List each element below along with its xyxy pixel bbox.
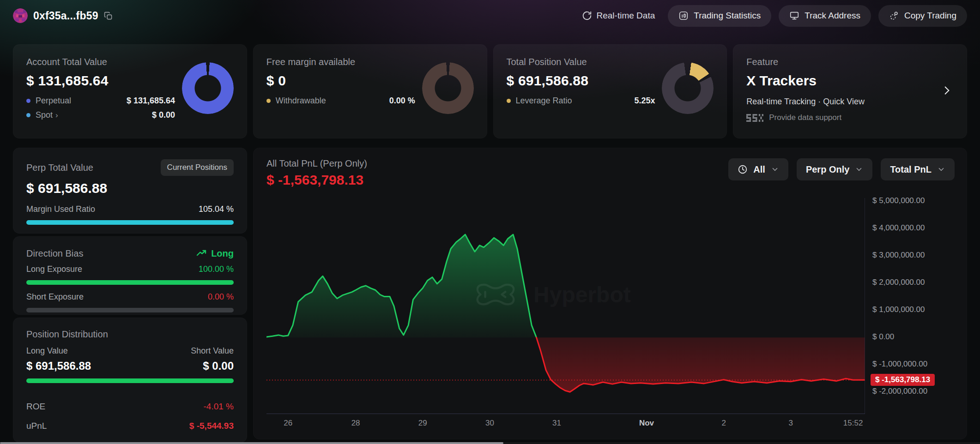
clock-icon — [738, 164, 748, 174]
metric-value: Total PnL — [890, 164, 932, 175]
spot-dot — [26, 113, 30, 117]
spot-value: $ 0.00 — [152, 110, 175, 120]
roe-label: ROE — [26, 402, 45, 412]
position-donut-chart — [662, 62, 714, 114]
long-exposure-bar — [26, 280, 234, 285]
short-value-amount: $ 0.00 — [203, 360, 234, 372]
copy-address-icon[interactable] — [104, 12, 113, 20]
long-exposure-value: 100.00 % — [199, 264, 234, 274]
position-distribution-title: Position Distribution — [26, 329, 234, 340]
perp-summary-panel: Perp Total Value Current Positions $ 691… — [13, 148, 247, 439]
chart-title: All Total PnL (Perp Only) — [266, 158, 367, 169]
perpetual-value: $ 131,685.64 — [127, 96, 175, 106]
market-type-dropdown[interactable]: Perp Only — [797, 158, 872, 180]
pnl-area-chart[interactable]: Hyperbot — [266, 198, 865, 414]
withdrawable-label: Withdrawable — [276, 96, 326, 106]
spot-row[interactable]: Spot › $ 0.00 — [26, 110, 175, 120]
summary-cards: Account Total Value $ 131,685.64 Perpetu… — [13, 44, 967, 138]
trending-up-icon — [196, 248, 207, 259]
perpetual-row: Perpetual $ 131,685.64 — [26, 96, 175, 106]
monitor-icon — [789, 11, 799, 21]
chevron-down-icon — [771, 165, 779, 174]
leverage-dot — [507, 99, 511, 103]
account-donut-chart — [182, 62, 234, 114]
perp-total-value-title: Perp Total Value — [26, 162, 93, 173]
free-margin-card: Free margin available $ 0 Withdrawable 0… — [253, 44, 487, 138]
refresh-icon — [582, 11, 592, 21]
margin-used-bar — [26, 220, 234, 225]
withdrawable-dot — [266, 99, 271, 103]
current-pnl-tag: $ -1,563,798.13 — [871, 374, 935, 386]
feature-chevron-right-icon[interactable] — [941, 84, 953, 96]
x-axis-label: Nov — [639, 419, 654, 428]
header: 0xf35a...fb59 Real-time Data Trading Sta… — [0, 0, 980, 31]
perpetual-label: Perpetual — [36, 96, 71, 106]
x-axis-label: 15:52 — [843, 419, 863, 428]
short-exposure-bar — [26, 308, 234, 312]
margin-used-label: Margin Used Ratio — [26, 204, 95, 214]
x-axis: 2628293031Nov2315:52 — [266, 419, 865, 431]
y-axis: $ 5,000,000.00$ 4,000,000.00$ 3,000,000.… — [871, 198, 963, 414]
y-axis-label: $ 4,000,000.00 — [872, 223, 925, 233]
chevron-down-icon — [937, 165, 945, 174]
total-position-card: Total Position Value $ 691,586.88 Levera… — [493, 44, 727, 138]
direction-bias-title: Direction Bias — [26, 248, 83, 259]
free-margin-donut-chart — [422, 62, 474, 114]
feature-subtitle: Real-time Tracking · Quick View — [746, 97, 954, 107]
time-range-dropdown[interactable]: All — [728, 158, 788, 180]
short-exposure-value: 0.00 % — [208, 292, 234, 302]
feature-support-text: Provide data support — [769, 113, 841, 122]
copy-trading-label: Copy Trading — [904, 11, 956, 21]
leverage-value: 5.25x — [634, 96, 655, 106]
long-value-amount: $ 691,586.88 — [26, 360, 91, 372]
direction-bias-section: Direction Bias Long Long Exposure 100.00… — [13, 236, 247, 315]
y-axis-label: $ -1,000,000.00 — [872, 360, 927, 369]
upnl-label: uPnL — [26, 421, 47, 431]
chevron-down-icon — [855, 165, 863, 174]
y-axis-label: $ -2,000,000.00 — [872, 387, 927, 396]
account-total-value-card: Account Total Value $ 131,685.64 Perpetu… — [13, 44, 247, 138]
chart-current-pnl: $ -1,563,798.13 — [266, 172, 363, 188]
leverage-label: Leverage Ratio — [516, 96, 572, 106]
avatar — [13, 8, 28, 23]
horizontal-scrollbar[interactable] — [0, 442, 980, 444]
copy-trading-button[interactable]: Copy Trading — [878, 5, 967, 27]
x-axis-label: 2 — [721, 419, 726, 428]
distribution-bar — [26, 378, 234, 383]
current-positions-button[interactable]: Current Positions — [161, 159, 234, 176]
withdrawable-row: Withdrawable 0.00 % — [266, 96, 415, 106]
roe-value: -4.01 % — [204, 402, 234, 412]
x-axis-label: 31 — [552, 419, 561, 428]
market-type-value: Perp Only — [806, 164, 849, 175]
feature-card[interactable]: Feature X Trackers Real-time Tracking · … — [733, 44, 967, 138]
x-axis-label: 29 — [418, 419, 427, 428]
trading-statistics-label: Trading Statistics — [694, 11, 761, 21]
spot-label: Spot — [36, 110, 53, 120]
bar-chart-icon — [678, 11, 689, 21]
x-axis-label: 26 — [284, 419, 292, 428]
feature-label: Feature — [746, 57, 954, 67]
long-value-label: Long Value — [26, 346, 68, 356]
perpetual-dot — [26, 99, 30, 103]
metric-dropdown[interactable]: Total PnL — [881, 158, 955, 180]
direction-bias-value: Long — [211, 248, 234, 259]
leverage-row: Leverage Ratio 5.25x — [507, 96, 655, 106]
short-value-label: Short Value — [191, 346, 234, 356]
x-axis-label: 28 — [351, 419, 360, 428]
track-address-button[interactable]: Track Address — [779, 5, 871, 27]
trading-statistics-button[interactable]: Trading Statistics — [668, 5, 771, 27]
upnl-value: $ -5,544.93 — [189, 421, 234, 431]
pnl-chart-panel: All Total PnL (Perp Only) $ -1,563,798.1… — [253, 148, 967, 439]
position-distribution-section: Position Distribution Long Value Short V… — [13, 318, 247, 443]
scrollbar-thumb[interactable] — [0, 442, 503, 444]
perp-total-value-section: Perp Total Value Current Positions $ 691… — [13, 148, 247, 234]
y-axis-label: $ 3,000,000.00 — [872, 251, 925, 260]
y-axis-label: $ 1,000,000.00 — [872, 305, 925, 314]
x-axis-label: 3 — [789, 419, 793, 428]
wallet-address: 0xf35a...fb59 — [33, 10, 98, 22]
track-address-label: Track Address — [805, 11, 860, 21]
short-exposure-label: Short Exposure — [26, 292, 84, 302]
withdrawable-value: 0.00 % — [389, 96, 415, 106]
copy-trading-icon — [889, 11, 899, 21]
time-range-value: All — [753, 164, 765, 175]
